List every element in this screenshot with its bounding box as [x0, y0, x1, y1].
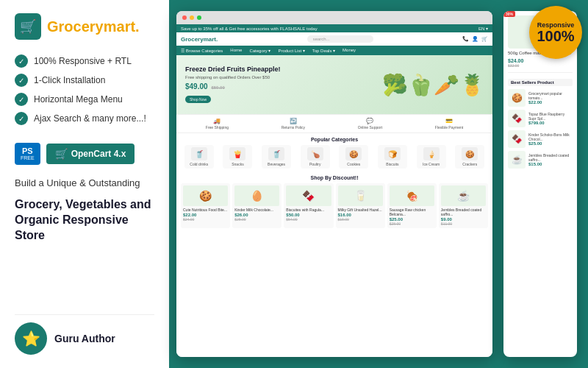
responsive-badge: Responsive 100%	[529, 6, 582, 59]
category-cold-drinks[interactable]: 🥤 Cold drinks	[184, 145, 214, 169]
feat-returns: ↩️ Returns Policy	[282, 118, 305, 130]
browser-dot-red	[182, 15, 187, 20]
logo-text: Grocerymart.	[47, 18, 140, 35]
support-icon: 💬	[358, 118, 382, 124]
shipping-icon: 🚚	[206, 118, 229, 124]
browser-dot-green	[197, 15, 201, 20]
category-poultry[interactable]: 🍗 Poultry	[301, 145, 330, 169]
cold-drinks-icon: 🥤	[191, 147, 207, 160]
store-nav-icons: 📞 👤 🛒	[462, 36, 488, 42]
platform-badges: PS FREE 🛒 OpenCart 4.x	[15, 143, 154, 165]
product-card-4[interactable]: 🥛 Milky Gift Unsalted Hazel... $16.00 $1…	[336, 183, 385, 228]
product-card-1[interactable]: 🍪 Cute Nutritious Food Bite... $22.00 $2…	[181, 183, 230, 228]
hero-text: Freeze Dried Fruits Pineapple! Free ship…	[185, 66, 281, 105]
best-seller-img-1: 🍪	[508, 89, 526, 107]
best-seller-1[interactable]: 🍪 Grocerymart popular tomato... $22.00	[508, 89, 573, 107]
best-sellers-list: 🍪 Grocerymart popular tomato... $22.00 🍫…	[508, 89, 573, 169]
best-seller-img-4: ☕	[508, 151, 526, 169]
product-card-3[interactable]: 🍫 Biscuites with Ragula... $50.00 $54.00	[284, 183, 333, 228]
best-seller-3[interactable]: 🍫 Kinder Schoko-Bons Milk Chocol... $25.…	[508, 130, 573, 148]
best-seller-2[interactable]: 🍫 Topaz Blue Raspberry Supr Spl... $799.…	[508, 110, 573, 127]
feat-support: 💬 Online Support	[358, 118, 382, 130]
featured-product-old-price: $32.00	[508, 63, 573, 68]
category-cookies[interactable]: 🍪 Cookies	[339, 145, 368, 169]
best-sellers-title: Best Sellers Product	[508, 79, 573, 86]
main-container: 🛒 Grocerymart. ✓ 100% Responsive + RTL ✓…	[0, 0, 588, 368]
product-image-4: 🥛	[338, 185, 383, 206]
check-icon-3: ✓	[15, 93, 28, 106]
product-image-5: 🍖	[390, 185, 434, 206]
category-snacks[interactable]: 🍟 Snacks	[223, 145, 252, 169]
product-image-3: 🍫	[286, 185, 331, 206]
ice-cream-icon: 🍦	[423, 147, 440, 160]
hero-veggies: 🥦🫑🥕🍍	[382, 55, 485, 114]
cart-icon: 🛒	[55, 148, 68, 160]
cookies-icon: 🍪	[345, 147, 362, 160]
hero-cta-button[interactable]: Shop Now	[185, 96, 211, 103]
feature-item-1: ✓ 100% Responsive + RTL	[15, 54, 154, 68]
store-logo-mini: Grocerymart.	[181, 36, 218, 43]
best-seller-info-3: Kinder Schoko-Bons Milk Chocol... $25.00	[528, 132, 573, 146]
product-card-2[interactable]: 🥚 Kinder Milk Chocolate... $26.00 $28.00	[232, 183, 282, 228]
check-icon-4: ✓	[15, 112, 28, 125]
tagline: Build a Unique & Outstanding	[15, 177, 154, 190]
logo-icon: 🛒	[15, 13, 41, 40]
featured-product-price: $24.00	[508, 58, 573, 63]
category-ice-cream[interactable]: 🍦 Ice Cream	[417, 145, 446, 169]
author-area: ⭐ Guru Author	[15, 314, 154, 355]
logo-area: 🛒 Grocerymart.	[15, 13, 154, 40]
categories-title: Popular Categories	[181, 137, 488, 142]
best-seller-info-1: Grocerymart popular tomato... $22.00	[528, 91, 573, 105]
left-panel: 🛒 Grocerymart. ✓ 100% Responsive + RTL ✓…	[0, 0, 169, 368]
opencart-badge: 🛒 OpenCart 4.x	[46, 144, 135, 164]
main-title: Grocery, Vegetables and Organic Responsi…	[15, 197, 154, 243]
features-strip: 🚚 Free Shipping ↩️ Returns Policy 💬 Onli…	[176, 114, 492, 133]
returns-icon: ↩️	[282, 118, 305, 124]
product-image-1: 🍪	[183, 185, 228, 206]
author-name: Guru Author	[54, 333, 115, 344]
browser-dot-yellow	[190, 15, 194, 20]
feature-item-2: ✓ 1-Click Installation	[15, 74, 154, 87]
browser-chrome	[176, 11, 492, 24]
poultry-icon: 🍗	[307, 147, 323, 160]
hero-subtitle: Free shipping on qualified Orders Over $…	[185, 75, 281, 79]
hero-title: Freeze Dried Fruits Pineapple!	[185, 66, 281, 74]
hero-price: $49.00 $59.00	[185, 82, 281, 91]
best-seller-img-2: 🍫	[508, 110, 526, 127]
categories-section: Popular Categories 🥤 Cold drinks 🍟 Snack…	[176, 133, 492, 172]
category-biscuits[interactable]: 🍞 Biscuits	[378, 145, 407, 169]
biscuits-icon: 🍞	[384, 147, 401, 160]
payment-icon: 💳	[435, 118, 463, 124]
store-nav: Grocerymart. search... 📞 👤 🛒	[176, 32, 492, 46]
product-card-5[interactable]: 🍖 Sausage Raw chicken Belcana... $25.00 …	[387, 183, 437, 228]
feat-payment: 💳 Flexible Payment	[435, 118, 463, 130]
best-seller-info-4: Jembles Breaded coated saffro... $15.00	[528, 153, 573, 166]
ps-badge: PS FREE	[15, 143, 40, 165]
category-beverages[interactable]: 🥤 Beverages	[262, 145, 291, 169]
store-preview: Save up to 35% off all & Get free access…	[176, 24, 492, 357]
store-menu: ☰ Browse Categories Home Category ▾ Prod…	[176, 46, 492, 55]
best-seller-info-2: Topaz Blue Raspberry Supr Spl... $799.00	[528, 112, 573, 125]
phone-icon: 📞	[462, 36, 469, 42]
check-icon-2: ✓	[15, 74, 28, 87]
product-image-6: ☕	[441, 185, 486, 206]
products-section: Shop By Discount!! 🍪 Cute Nutritious Foo…	[176, 172, 492, 231]
author-icon: ⭐	[22, 330, 40, 347]
best-seller-img-3: 🍫	[508, 130, 526, 148]
feature-item-3: ✓ Horizontal Mega Menu	[15, 93, 154, 106]
categories-grid: 🥤 Cold drinks 🍟 Snacks 🥤 Beverages 🍗 Pou…	[181, 145, 488, 169]
product-card-6[interactable]: ☕ Jembles Breaded coated saffro... $9.00…	[439, 183, 488, 228]
snacks-icon: 🍟	[229, 147, 245, 160]
best-seller-4[interactable]: ☕ Jembles Breaded coated saffro... $15.0…	[508, 151, 573, 169]
author-avatar: ⭐	[15, 322, 47, 355]
product-image-2: 🥚	[234, 185, 279, 206]
feat-shipping: 🚚 Free Shipping	[206, 118, 229, 130]
store-search-mini[interactable]: search...	[307, 35, 373, 43]
check-icon-1: ✓	[15, 54, 28, 68]
category-crackers[interactable]: 🍪 Crackers	[455, 145, 484, 169]
store-preview-area: Save up to 35% off all & Get free access…	[176, 11, 492, 357]
store-hero: Freeze Dried Fruits Pineapple! Free ship…	[176, 55, 492, 114]
crackers-icon: 🍪	[462, 147, 478, 160]
beverages-icon: 🥤	[268, 147, 284, 160]
feature-item-4: ✓ Ajax Search & many more...!	[15, 112, 154, 125]
